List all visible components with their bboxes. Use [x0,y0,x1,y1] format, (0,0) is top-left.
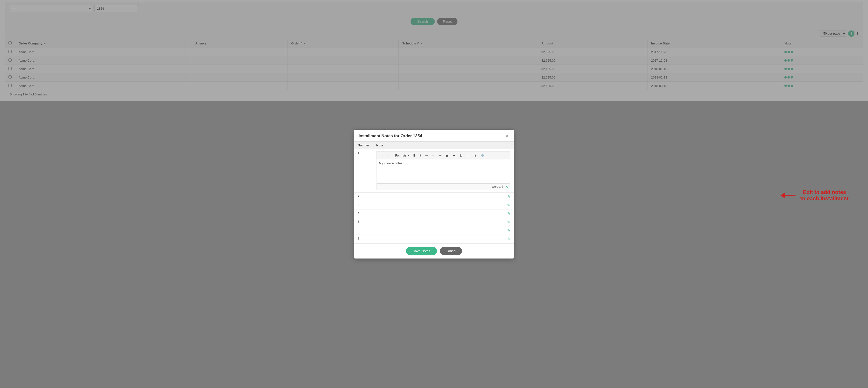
notes-col-number: Number [354,141,373,149]
note-number-2: 2 [354,192,373,201]
note-number-4: 4 [354,209,373,218]
note-row-3: 3 ✎ [354,201,514,209]
note-number-5: 5 [354,218,373,226]
note-number-6: 6 [354,226,373,235]
modal-body: Number Note 1 ← → [354,141,514,243]
page-wrapper: — Search Reset 50 per page 1 1 [0,0,868,388]
edit-note-4-button[interactable]: ✎ [507,212,510,216]
annotation-text: Edit to add notes to each installment [800,189,849,202]
bold-button[interactable]: B [412,153,417,158]
annotation-arrow [781,192,800,199]
edit-note-7-button[interactable]: ✎ [507,237,510,241]
note-number-1: 1 [354,149,373,192]
justify-button[interactable]: ≣ [444,153,450,158]
editor-toolbar: ← → Formats ▾ B I ⇤ ═ [376,151,510,159]
formats-dropdown[interactable]: Formats ▾ [393,153,411,158]
save-notes-button[interactable]: Save Notes [406,247,437,255]
edit-note-6-button[interactable]: ✎ [507,228,510,233]
note-row-1: 1 ← → Formats ▾ B [354,149,514,192]
notes-col-note: Note [373,141,514,149]
link-button[interactable]: 🔗 [479,153,486,158]
annotation-container: Edit to add notes to each installment [776,189,849,202]
note-content-3: ✎ [373,201,514,209]
note-row-5: 5 ✎ [354,218,514,226]
modal-title: Installment Notes for Order 1354 [359,134,422,138]
bullet-list-button[interactable]: •• [451,153,457,158]
undo-button[interactable]: ← [378,153,385,158]
note-row-4: 4 ✎ [354,209,514,218]
align-center-button[interactable]: ═ [431,153,436,158]
note-content-6: ✎ [373,226,514,235]
indent-decrease-button[interactable]: ⇇ [465,153,471,158]
editor-footer: Words: 2 ✕ [376,184,510,190]
note-content-5: ✎ [373,218,514,226]
note-content-4: ✎ [373,209,514,218]
indent-increase-button[interactable]: ⇉ [472,153,478,158]
redo-button[interactable]: → [386,153,393,158]
formats-arrow-icon: ▾ [407,154,409,157]
notes-table: Number Note 1 ← → [354,141,514,243]
formats-label: Formats [395,154,407,157]
modal-footer: Save Notes Cancel [354,243,514,259]
modal-header: Installment Notes for Order 1354 × [354,130,514,141]
note-content-1: ← → Formats ▾ B I ⇤ ═ [373,149,514,192]
numbered-list-button[interactable]: 1. [458,153,464,158]
cancel-button[interactable]: Cancel [440,247,462,255]
modal-overlay: Installment Notes for Order 1354 × Numbe… [0,0,868,388]
align-right-button[interactable]: ⇥ [437,153,443,158]
modal-close-button[interactable]: × [505,134,509,138]
note-row-6: 6 ✎ [354,226,514,235]
modal-dialog: Installment Notes for Order 1354 × Numbe… [354,130,514,259]
note-content-7: ✎ [373,235,514,243]
italic-button[interactable]: I [418,153,423,158]
note-content-2: ✎ [373,192,514,201]
note-editor[interactable]: My invoice notes... [376,159,510,184]
note-number-7: 7 [354,235,373,243]
note-row-7: 7 ✎ [354,235,514,243]
note-row-2: 2 ✎ [354,192,514,201]
edit-note-3-button[interactable]: ✎ [507,203,510,207]
note-number-3: 3 [354,201,373,209]
editor-clear-button[interactable]: ✕ [505,185,508,189]
edit-note-2-button[interactable]: ✎ [507,194,510,199]
align-left-button[interactable]: ⇤ [424,153,430,158]
edit-note-5-button[interactable]: ✎ [507,220,510,224]
word-count: Words: 2 [492,185,503,189]
